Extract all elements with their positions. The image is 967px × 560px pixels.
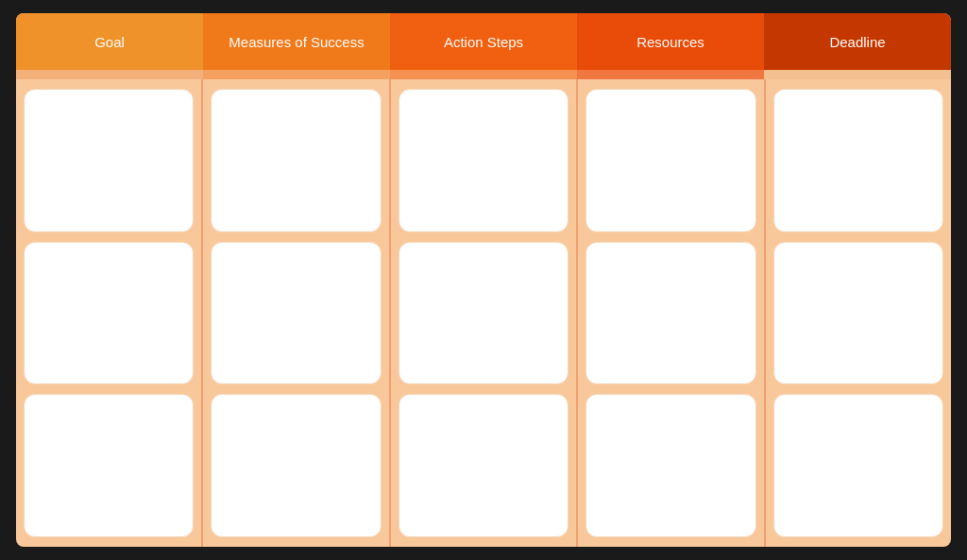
column-action [391,79,578,547]
cell-action-2[interactable] [399,242,568,385]
subheader-measures [203,70,390,79]
column-deadline [766,79,951,547]
cell-deadline-3[interactable] [773,394,943,537]
header-resources: Resources [577,13,764,70]
subheader-action [390,70,577,79]
cell-measures-3[interactable] [211,394,381,537]
column-resources [578,79,765,547]
cell-deadline-1[interactable] [773,89,943,232]
planning-table: Goal Measures of Success Action Steps Re… [16,13,951,547]
subheader-resources [577,70,764,79]
column-measures [203,79,390,547]
column-goal [16,79,203,547]
header-action: Action Steps [390,13,577,70]
cell-action-3[interactable] [399,394,568,537]
cell-measures-2[interactable] [211,242,381,385]
subheader-row [16,70,951,79]
header-deadline: Deadline [764,13,951,70]
body-area [16,79,951,547]
cell-resources-3[interactable] [585,394,755,537]
subheader-deadline [764,70,951,79]
cell-goal-2[interactable] [24,242,194,385]
cell-goal-3[interactable] [24,394,194,537]
header-row: Goal Measures of Success Action Steps Re… [16,13,951,70]
cell-goal-1[interactable] [24,89,194,232]
header-goal: Goal [16,13,203,70]
header-measures: Measures of Success [203,13,390,70]
cell-deadline-2[interactable] [773,242,943,385]
cell-action-1[interactable] [399,89,568,232]
cell-measures-1[interactable] [211,89,381,232]
cell-resources-1[interactable] [585,89,755,232]
subheader-goal [16,70,203,79]
cell-resources-2[interactable] [585,242,755,385]
